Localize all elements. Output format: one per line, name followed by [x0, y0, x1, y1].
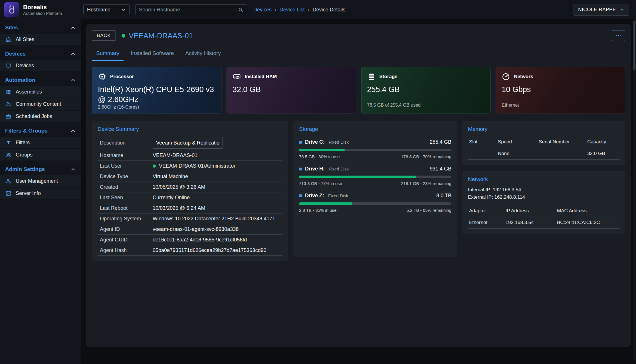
network-header-mac: MAC Address [556, 205, 619, 217]
hostname-dropdown[interactable]: Hostname [83, 4, 130, 15]
device-title: VEEAM-DRAAS-01 [122, 32, 193, 40]
sidebar-section-label: Automation [5, 77, 35, 83]
scrollbar-thumb[interactable] [633, 21, 635, 70]
sidebar-section-header-devices[interactable]: Devices [0, 48, 81, 60]
app-name: Borealis [23, 4, 62, 11]
app-root: Borealis Automation Platform Sites All S… [0, 0, 636, 364]
memory-cell-capacity: 32.0 GB [586, 148, 619, 160]
summary-label: Agent GUID [100, 237, 153, 243]
summary-value: 10/03/2025 @ 6:24 AM [153, 205, 205, 211]
summary-row-description: Description [98, 136, 282, 150]
user-name: NICOLE RAPPE [578, 7, 616, 13]
sidebar-item-assemblies[interactable]: Assemblies [0, 86, 81, 97]
sidebar-item-label: Server Info [16, 190, 41, 196]
summary-row-created: Created 10/05/2025 @ 3:26 AM [98, 182, 282, 192]
summary-value: Virtual Machine [153, 174, 188, 180]
sidebar-item-groups[interactable]: Groups [0, 149, 81, 160]
stat-card-processor: Processor Intel(R) Xeon(R) CPU E5-2690 v… [92, 67, 221, 113]
sidebar-item-community-content[interactable]: Community Content [0, 98, 81, 110]
sidebar-item-user-management[interactable]: User Management [0, 175, 81, 187]
search-input[interactable] [139, 7, 235, 13]
sidebar-section-header-filters-groups[interactable]: Filters & Groups [0, 125, 81, 137]
storage-panel: Storage Drive C: Fixed Disk 255.4 GB [293, 121, 457, 257]
drive-h: Drive H: Fixed Disk 931.4 GB 713.3 GB - … [299, 166, 451, 186]
summary-label: Agent Hash [100, 247, 153, 253]
sidebar-section-header-admin-settings[interactable]: Admin Settings [0, 163, 81, 175]
briefcase-icon [5, 113, 11, 119]
back-button[interactable]: BACK [92, 30, 116, 41]
breadcrumb-separator: › [275, 7, 276, 13]
sidebar-section-header-sites[interactable]: Sites [0, 22, 81, 34]
summary-value: Windows 10 2022 Datacenter 21H2 Build 20… [153, 216, 275, 222]
sidebar-section-label: Filters & Groups [5, 128, 48, 134]
drive-name: Drive C: [305, 139, 325, 145]
breadcrumb-device-list[interactable]: Device List [280, 7, 305, 13]
summary-value: 10/05/2025 @ 3:26 AM [153, 184, 205, 190]
tab-summary[interactable]: Summary [92, 48, 124, 61]
breadcrumb-separator: › [308, 7, 310, 13]
drive-type: Fixed Disk [329, 166, 349, 171]
stat-card-storage: Storage 255.4 GB 76.5 GB of 255.4 GB use… [361, 67, 491, 113]
summary-label: Device Type [100, 174, 153, 180]
drive-z: Drive Z: Fixed Disk 8.0 TB 2.8 TB - 35% … [299, 193, 451, 213]
sidebar-item-devices[interactable]: Devices [0, 60, 81, 71]
sidebar-item-label: User Management [16, 178, 58, 184]
internal-ip: Internal IP: 192.168.3.54 [468, 186, 619, 194]
drive-icon [299, 141, 302, 144]
breadcrumb-devices[interactable]: Devices [253, 7, 272, 13]
drive-name: Drive Z: [305, 193, 324, 199]
app-logo-row: Borealis Automation Platform [0, 0, 81, 19]
storage-icon [367, 72, 376, 81]
network-ips: Internal IP: 192.168.3.54 External IP: 1… [468, 186, 619, 201]
sidebar: Borealis Automation Platform Sites All S… [0, 0, 81, 364]
stat-card-value: Intel(R) Xeon(R) CPU E5-2690 v3 @ 2.60GH… [98, 85, 215, 105]
device-header: BACK VEEAM-DRAAS-01 ⋯ [92, 30, 625, 41]
tab-installed-software[interactable]: Installed Software [126, 48, 178, 61]
sidebar-item-all-sites[interactable]: All Sites [0, 34, 81, 45]
sidebar-item-filters[interactable]: Filters [0, 137, 81, 148]
sidebar-item-label: Devices [16, 63, 34, 69]
memory-header-speed: Speed [497, 136, 538, 148]
search-box [135, 4, 247, 15]
right-column: Hostname Devices › Device List › Device … [81, 0, 636, 364]
tab-activity-history[interactable]: Activity History [181, 48, 225, 61]
drive-size: 8.0 TB [436, 193, 451, 199]
stat-card-value: 255.4 GB [367, 85, 485, 95]
device-tabs: Summary Installed Software Activity Hist… [92, 48, 625, 61]
summary-value: de16c0c1-8aa2-4d18-9585-9ce91cf056fd [153, 237, 247, 243]
summary-label: Created [100, 184, 153, 190]
drive-icon [299, 168, 302, 170]
stat-cards: Processor Intel(R) Xeon(R) CPU E5-2690 v… [92, 67, 625, 113]
cpu-icon [98, 72, 106, 81]
drive-c: Drive C: Fixed Disk 255.4 GB 76.5 GB - 3… [299, 139, 451, 159]
stat-card-value: 10 Gbps [502, 85, 619, 95]
sidebar-item-label: Assemblies [16, 89, 42, 95]
drive-size: 931.4 GB [430, 166, 451, 172]
scrollbar[interactable] [633, 21, 635, 360]
summary-label: Last Seen [100, 195, 153, 201]
stat-card-footer: Ethernet [502, 103, 619, 108]
drive-size: 255.4 GB [430, 139, 451, 145]
online-status-dot [122, 34, 125, 38]
summary-value: veeam-draas-01-agent-svc-8930a338 [153, 226, 239, 232]
network-cell-ip: 192.168.3.54 [504, 217, 556, 229]
stat-card-ram: Installed RAM 32.0 GB [227, 67, 356, 113]
hostname-dropdown-value: Hostname [87, 7, 110, 13]
stat-card-label: Processor [110, 74, 134, 80]
search-icon[interactable] [238, 7, 243, 13]
more-actions-button[interactable]: ⋯ [612, 30, 625, 41]
sidebar-nav: Sites All Sites Devices Devices Automati… [0, 19, 81, 200]
sidebar-section-header-automation[interactable]: Automation [0, 74, 81, 86]
rabbit-logo-icon [7, 5, 17, 15]
sidebar-item-label: Community Content [16, 101, 61, 107]
summary-row-agent-guid: Agent GUID de16c0c1-8aa2-4d18-9585-9ce91… [98, 235, 282, 245]
user-menu-button[interactable]: NICOLE RAPPE [574, 4, 629, 16]
memory-table: Slot Speed Serial Number Capacity None 3… [468, 136, 619, 160]
description-input[interactable] [153, 137, 223, 149]
summary-row-agent-hash: Agent Hash 05ba0e7935171d626ecea29b27d7a… [98, 245, 282, 256]
sidebar-item-scheduled-jobs[interactable]: Scheduled Jobs [0, 111, 81, 122]
sidebar-item-label: Groups [16, 152, 33, 158]
sidebar-item-server-info[interactable]: Server Info [0, 188, 81, 199]
summary-row-agent-id: Agent ID veeam-draas-01-agent-svc-8930a3… [98, 224, 282, 235]
memory-cell-speed: None [497, 148, 538, 160]
